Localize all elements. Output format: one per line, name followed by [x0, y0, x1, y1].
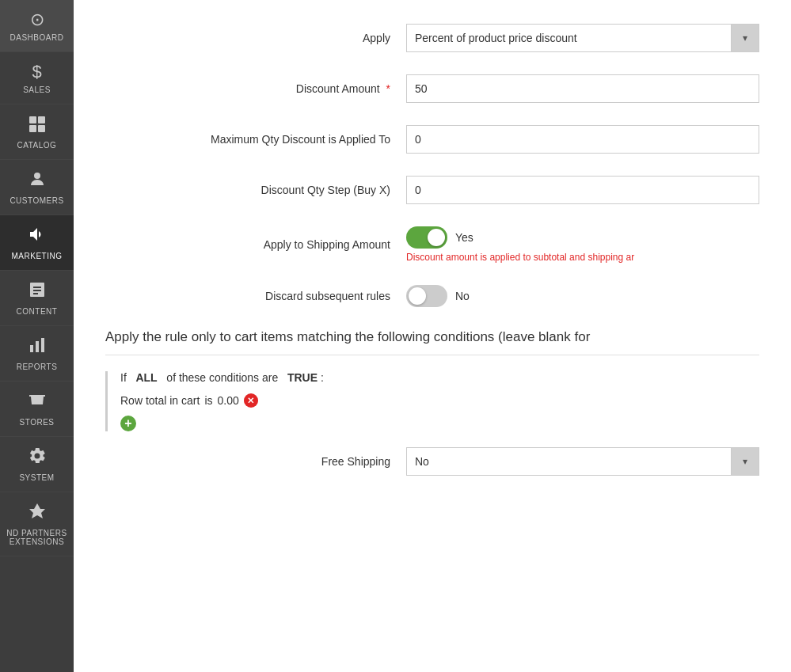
conditions-divider: [105, 355, 759, 355]
stores-icon: [28, 391, 47, 415]
svg-point-4: [34, 173, 40, 179]
sidebar-item-sales-label: SALES: [23, 85, 51, 94]
apply-shipping-hint: Discount amount is applied to subtotal a…: [406, 252, 759, 263]
free-shipping-label: Free Shipping: [105, 455, 406, 468]
apply-shipping-toggle-label: Yes: [455, 231, 473, 244]
system-icon: [28, 446, 47, 470]
svg-rect-8: [33, 293, 38, 294]
svg-rect-6: [33, 287, 41, 288]
discard-label: Discard subsequent rules: [105, 290, 406, 302]
sidebar-item-reports-label: REPORTS: [17, 363, 58, 371]
svg-rect-3: [38, 125, 45, 132]
conditions-intro-text: If ALL of these conditions are TRUE :: [120, 371, 759, 384]
apply-shipping-knob: [428, 229, 445, 246]
main-content: Apply Percent of product price discount …: [74, 0, 791, 672]
sidebar-item-dashboard[interactable]: ⊙ DASHBOARD: [0, 0, 74, 52]
apply-label: Apply: [105, 32, 406, 44]
discard-slider[interactable]: [406, 285, 447, 307]
sidebar-item-content-label: CONTENT: [17, 307, 58, 316]
apply-shipping-slider[interactable]: [406, 226, 447, 249]
discount-amount-required: *: [386, 82, 390, 95]
sidebar-item-catalog[interactable]: CATALOG: [0, 104, 74, 160]
sidebar-item-partners-label: ND PARTNERS EXTENSIONS: [5, 529, 69, 546]
row-is-text: is: [204, 394, 212, 407]
apply-select[interactable]: Percent of product price discount Fixed …: [406, 24, 759, 52]
svg-rect-1: [38, 116, 45, 123]
discard-toggle[interactable]: [406, 285, 447, 307]
apply-shipping-row: Apply to Shipping Amount Yes Discount am…: [105, 226, 759, 263]
svg-rect-9: [30, 345, 33, 352]
sidebar-item-catalog-label: CATALOG: [17, 141, 57, 150]
partners-icon: [28, 502, 47, 526]
row-value-text[interactable]: 0.00: [218, 394, 239, 407]
conditions-block: If ALL of these conditions are TRUE : Ro…: [105, 371, 759, 431]
apply-shipping-toggle-wrapper: Yes: [406, 226, 759, 249]
dashboard-icon: ⊙: [30, 9, 44, 30]
max-qty-input[interactable]: [406, 125, 759, 154]
if-text: If: [120, 371, 127, 384]
discount-qty-step-row: Discount Qty Step (Buy X): [105, 176, 759, 204]
discard-row: Discard subsequent rules No: [105, 285, 759, 307]
marketing-icon: [28, 225, 47, 249]
conditions-heading: Apply the rule only to cart items matchi…: [105, 329, 759, 345]
discard-toggle-wrapper: No: [406, 285, 470, 307]
free-shipping-select[interactable]: No For matching items only For shipment …: [406, 447, 759, 476]
svg-rect-2: [29, 125, 36, 132]
svg-rect-11: [41, 338, 44, 352]
colon-text: :: [321, 371, 324, 384]
apply-select-wrapper: Percent of product price discount Fixed …: [406, 24, 759, 52]
sidebar-item-dashboard-label: DASHBOARD: [10, 33, 64, 42]
conditions-of-text: of these conditions are: [166, 371, 278, 384]
catalog-icon: [28, 114, 47, 138]
add-condition-row: +: [120, 416, 759, 431]
discount-amount-label: Discount Amount *: [105, 82, 406, 95]
svg-rect-10: [36, 341, 39, 352]
discount-qty-step-label: Discount Qty Step (Buy X): [105, 184, 406, 196]
remove-condition-icon[interactable]: ✕: [244, 393, 258, 408]
row-total-text[interactable]: Row total in cart: [120, 394, 200, 407]
apply-shipping-label: Apply to Shipping Amount: [105, 238, 406, 251]
max-qty-label: Maximum Qty Discount is Applied To: [105, 133, 406, 146]
svg-rect-12: [35, 400, 40, 404]
free-shipping-row: Free Shipping No For matching items only…: [105, 447, 759, 476]
apply-shipping-toggle[interactable]: [406, 226, 447, 249]
free-shipping-select-wrapper: No For matching items only For shipment …: [406, 447, 759, 476]
sidebar-item-customers-label: CUSTOMERS: [10, 196, 63, 205]
svg-marker-13: [29, 503, 45, 518]
customers-icon: [28, 169, 47, 193]
all-text[interactable]: ALL: [135, 371, 157, 384]
true-text[interactable]: TRUE: [287, 371, 318, 384]
discount-amount-input[interactable]: [406, 74, 759, 103]
discount-qty-step-input[interactable]: [406, 176, 759, 204]
sidebar: ⊙ DASHBOARD $ SALES CATALOG CUSTOMERS MA…: [0, 0, 74, 672]
sidebar-item-partners[interactable]: ND PARTNERS EXTENSIONS: [0, 492, 74, 556]
add-condition-icon[interactable]: +: [120, 416, 136, 431]
max-qty-row: Maximum Qty Discount is Applied To: [105, 125, 759, 154]
sidebar-item-stores-label: STORES: [20, 418, 55, 427]
svg-rect-0: [29, 116, 36, 123]
condition-row-1: Row total in cart is 0.00 ✕: [120, 393, 759, 408]
apply-row: Apply Percent of product price discount …: [105, 24, 759, 52]
sidebar-item-marketing-label: MARKETING: [12, 252, 63, 260]
discard-knob: [409, 287, 426, 305]
sidebar-item-reports[interactable]: REPORTS: [0, 326, 74, 382]
sidebar-item-sales[interactable]: $ SALES: [0, 52, 74, 104]
reports-icon: [28, 336, 47, 359]
svg-rect-7: [33, 290, 41, 291]
sidebar-item-stores[interactable]: STORES: [0, 382, 74, 437]
content-icon: [28, 280, 47, 304]
sidebar-item-customers[interactable]: CUSTOMERS: [0, 160, 74, 215]
apply-shipping-field-wrap: Yes Discount amount is applied to subtot…: [406, 226, 759, 263]
sidebar-item-system[interactable]: SYSTEM: [0, 437, 74, 492]
sidebar-item-marketing[interactable]: MARKETING: [0, 215, 74, 271]
sidebar-item-content[interactable]: CONTENT: [0, 271, 74, 326]
sales-icon: $: [32, 62, 41, 82]
sidebar-item-system-label: SYSTEM: [19, 473, 54, 482]
discard-toggle-label: No: [455, 290, 470, 302]
discount-amount-row: Discount Amount *: [105, 74, 759, 103]
